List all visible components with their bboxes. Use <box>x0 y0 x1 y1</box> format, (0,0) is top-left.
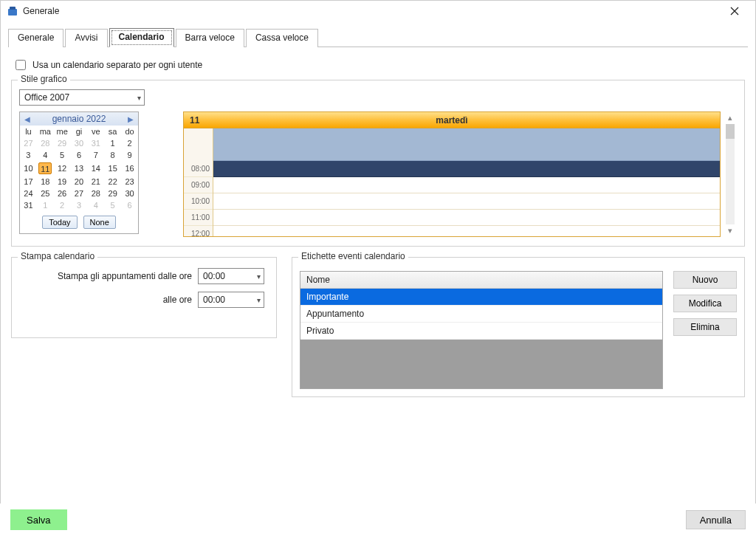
tab-cassa-veloce[interactable]: Cassa veloce <box>246 29 318 47</box>
calendar-day[interactable]: 26 <box>54 188 71 199</box>
labels-list[interactable]: Nome ImportanteAppuntamentoPrivato <box>300 271 663 389</box>
calendar-day[interactable]: 9 <box>121 149 138 161</box>
calendar-day[interactable]: 2 <box>121 137 138 149</box>
app-icon <box>7 5 18 17</box>
tab-generale[interactable]: Generale <box>8 29 63 47</box>
calendar-day[interactable]: 8 <box>104 149 121 161</box>
separate-calendar-label: Usa un calendario separato per ogni uten… <box>32 60 202 70</box>
print-to-label: alle ore <box>24 295 192 305</box>
mini-calendar[interactable]: ◀ gennaio 2022 ▶ lumamegivesado 27282930… <box>19 111 139 234</box>
separate-calendar-checkbox[interactable] <box>16 60 26 70</box>
calendar-day[interactable]: 4 <box>37 149 54 161</box>
svg-rect-1 <box>10 7 16 10</box>
dow-header: ve <box>87 126 104 137</box>
calendar-day[interactable]: 19 <box>54 176 71 188</box>
calendar-day[interactable]: 31 <box>87 137 104 149</box>
close-button[interactable] <box>720 1 749 21</box>
print-group: Stampa calendario Stampa gli appuntament… <box>11 257 277 338</box>
calendar-day[interactable]: 21 <box>87 176 104 188</box>
day-view[interactable]: 11 martedì 08:00 09:00 10:00 11:00 12:00 <box>183 111 721 237</box>
calendar-day[interactable]: 6 <box>71 149 88 161</box>
style-combo-value: Office 2007 <box>24 92 69 103</box>
label-item[interactable]: Appuntamento <box>300 306 662 323</box>
print-from-label: Stampa gli appuntamenti dalle ore <box>24 271 192 281</box>
calendar-day[interactable]: 1 <box>37 199 54 211</box>
today-button[interactable]: Today <box>42 216 77 229</box>
calendar-day[interactable]: 3 <box>20 149 37 161</box>
title-bar: Generale <box>1 1 755 21</box>
day-number: 11 <box>190 115 199 126</box>
calendar-day[interactable]: 23 <box>121 176 138 188</box>
labels-group: Etichette eventi calendario Nome Importa… <box>292 257 745 397</box>
dow-header: gi <box>71 126 88 137</box>
calendar-day[interactable]: 5 <box>54 149 71 161</box>
style-group: Stile grafico Office 2007 ▾ ◀ gennaio 20… <box>11 80 745 247</box>
save-button[interactable]: Salva <box>10 509 67 530</box>
calendar-day[interactable]: 14 <box>87 161 104 176</box>
scroll-down-icon[interactable]: ▾ <box>728 226 732 236</box>
calendar-day[interactable]: 17 <box>20 176 37 188</box>
print-to-combo[interactable]: 00:00 ▾ <box>198 292 264 308</box>
next-month-arrow[interactable]: ▶ <box>128 115 134 123</box>
style-combo[interactable]: Office 2007 ▾ <box>19 89 145 106</box>
calendar-day[interactable]: 4 <box>87 199 104 211</box>
calendar-day[interactable]: 29 <box>104 188 121 199</box>
tab-calendario[interactable]: Calendario <box>109 28 174 47</box>
dow-header: lu <box>20 126 37 137</box>
day-name: martedì <box>436 115 467 126</box>
time-slots[interactable] <box>213 128 720 236</box>
label-item[interactable]: Importante <box>300 289 662 306</box>
label-edit-button[interactable]: Modifica <box>673 295 737 312</box>
scroll-up-icon[interactable]: ▴ <box>728 113 732 123</box>
calendar-day[interactable]: 3 <box>71 199 88 211</box>
calendar-day[interactable]: 28 <box>37 137 54 149</box>
chevron-down-icon: ▾ <box>257 296 261 304</box>
calendar-day[interactable]: 27 <box>71 188 88 199</box>
none-button[interactable]: None <box>83 216 116 229</box>
calendar-day[interactable]: 10 <box>20 161 37 176</box>
calendar-day[interactable]: 29 <box>54 137 71 149</box>
calendar-day[interactable]: 5 <box>104 199 121 211</box>
calendar-day[interactable]: 6 <box>121 199 138 211</box>
cancel-button[interactable]: Annulla <box>686 510 746 529</box>
chevron-down-icon: ▾ <box>137 94 141 102</box>
calendar-day[interactable]: 27 <box>20 137 37 149</box>
calendar-day[interactable]: 1 <box>104 137 121 149</box>
labels-list-header: Nome <box>300 272 662 289</box>
calendar-day[interactable]: 15 <box>104 161 121 176</box>
calendar-day[interactable]: 31 <box>20 199 37 211</box>
mini-calendar-grid[interactable]: lumamegivesado 2728293031123456789101112… <box>20 126 138 211</box>
calendar-day[interactable]: 22 <box>104 176 121 188</box>
calendar-day[interactable]: 11 <box>37 161 54 176</box>
labels-group-legend: Etichette eventi calendario <box>298 251 408 261</box>
dow-header: ma <box>37 126 54 137</box>
day-view-header: 11 martedì <box>184 112 720 128</box>
calendar-day[interactable]: 28 <box>87 188 104 199</box>
svg-rect-0 <box>8 9 17 16</box>
calendar-day[interactable]: 20 <box>71 176 88 188</box>
calendar-day[interactable]: 12 <box>54 161 71 176</box>
label-new-button[interactable]: Nuovo <box>673 271 737 289</box>
prev-month-arrow[interactable]: ◀ <box>24 115 30 123</box>
tab-barra-veloce[interactable]: Barra veloce <box>176 29 244 47</box>
dow-header: sa <box>104 126 121 137</box>
calendar-day[interactable]: 2 <box>54 199 71 211</box>
calendar-day[interactable]: 7 <box>87 149 104 161</box>
calendar-day[interactable]: 30 <box>121 188 138 199</box>
label-delete-button[interactable]: Elimina <box>673 318 737 336</box>
calendar-day[interactable]: 16 <box>121 161 138 176</box>
chevron-down-icon: ▾ <box>257 272 261 281</box>
print-from-combo[interactable]: 00:00 ▾ <box>198 268 264 284</box>
calendar-day[interactable]: 13 <box>71 161 88 176</box>
style-group-legend: Stile grafico <box>18 74 70 84</box>
calendar-day[interactable]: 24 <box>20 188 37 199</box>
dow-header: me <box>54 126 71 137</box>
mini-calendar-title: gennaio 2022 <box>52 114 106 124</box>
label-item[interactable]: Privato <box>300 323 662 340</box>
dayview-scrollbar[interactable]: ▴ ▾ <box>724 111 737 237</box>
tab-avvisi[interactable]: Avvisi <box>65 29 107 47</box>
calendar-day[interactable]: 30 <box>71 137 88 149</box>
tab-strip: Generale Avvisi Calendario Barra veloce … <box>1 21 755 47</box>
calendar-day[interactable]: 18 <box>37 176 54 188</box>
calendar-day[interactable]: 25 <box>37 188 54 199</box>
